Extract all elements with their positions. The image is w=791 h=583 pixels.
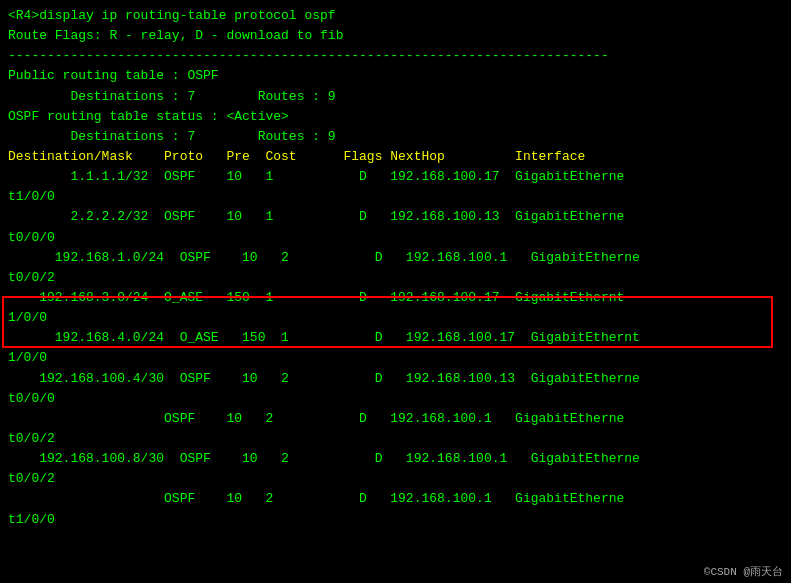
terminal-line: 192.168.3.0/24 O_ASE 150 1 D 192.168.100…	[8, 288, 783, 308]
terminal-line: t0/0/0	[8, 389, 783, 409]
terminal-line: Destinations : 7 Routes : 9	[8, 87, 783, 107]
terminal-line: <R4>display ip routing-table protocol os…	[8, 6, 783, 26]
terminal-line: 192.168.100.4/30 OSPF 10 2 D 192.168.100…	[8, 369, 783, 389]
terminal-line: Route Flags: R - relay, D - download to …	[8, 26, 783, 46]
terminal-line: OSPF 10 2 D 192.168.100.1 GigabitEtherne	[8, 489, 783, 509]
terminal-line: Public routing table : OSPF	[8, 66, 783, 86]
terminal-line: Destination/Mask Proto Pre Cost Flags Ne…	[8, 147, 783, 167]
terminal-line: 192.168.100.8/30 OSPF 10 2 D 192.168.100…	[8, 449, 783, 469]
terminal-line: t1/0/0	[8, 187, 783, 207]
terminal-line: OSPF 10 2 D 192.168.100.1 GigabitEtherne	[8, 409, 783, 429]
watermark: ©CSDN @雨天台	[704, 564, 783, 579]
terminal-line: t0/0/2	[8, 429, 783, 449]
terminal-line: OSPF routing table status : <Active>	[8, 107, 783, 127]
terminal-line: t0/0/0	[8, 228, 783, 248]
terminal-line: ----------------------------------------…	[8, 46, 783, 66]
terminal-line: 1/0/0	[8, 348, 783, 368]
terminal-line: 192.168.4.0/24 O_ASE 150 1 D 192.168.100…	[8, 328, 783, 348]
terminal-line: Destinations : 7 Routes : 9	[8, 127, 783, 147]
terminal-line: 1/0/0	[8, 308, 783, 328]
terminal-line: 1.1.1.1/32 OSPF 10 1 D 192.168.100.17 Gi…	[8, 167, 783, 187]
terminal-line: t0/0/2	[8, 268, 783, 288]
terminal-line: 192.168.1.0/24 OSPF 10 2 D 192.168.100.1…	[8, 248, 783, 268]
terminal-window: <R4>display ip routing-table protocol os…	[0, 0, 791, 583]
terminal-line: t1/0/0	[8, 510, 783, 530]
terminal-line: t0/0/2	[8, 469, 783, 489]
terminal-line: 2.2.2.2/32 OSPF 10 1 D 192.168.100.13 Gi…	[8, 207, 783, 227]
